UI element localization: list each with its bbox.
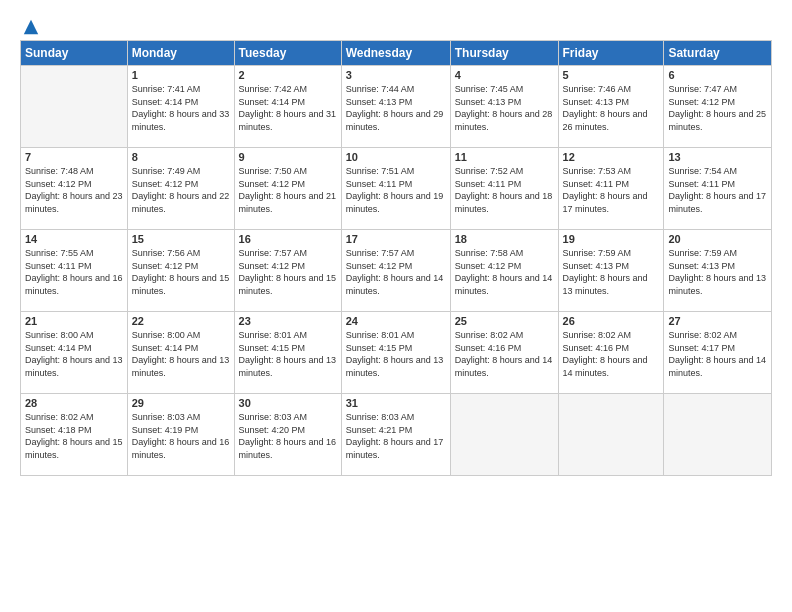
weekday-header: Thursday (450, 41, 558, 66)
svg-marker-0 (24, 20, 38, 34)
day-number: 21 (25, 315, 123, 327)
day-number: 19 (563, 233, 660, 245)
calendar-cell: 17Sunrise: 7:57 AMSunset: 4:12 PMDayligh… (341, 230, 450, 312)
cell-info: Sunrise: 7:46 AMSunset: 4:13 PMDaylight:… (563, 83, 660, 133)
day-number: 15 (132, 233, 230, 245)
cell-info: Sunrise: 8:01 AMSunset: 4:15 PMDaylight:… (239, 329, 337, 379)
day-number: 18 (455, 233, 554, 245)
day-number: 25 (455, 315, 554, 327)
calendar-cell (21, 66, 128, 148)
calendar-cell: 25Sunrise: 8:02 AMSunset: 4:16 PMDayligh… (450, 312, 558, 394)
calendar-cell (558, 394, 664, 476)
day-number: 20 (668, 233, 767, 245)
calendar-cell: 12Sunrise: 7:53 AMSunset: 4:11 PMDayligh… (558, 148, 664, 230)
day-number: 30 (239, 397, 337, 409)
day-number: 29 (132, 397, 230, 409)
calendar-cell: 4Sunrise: 7:45 AMSunset: 4:13 PMDaylight… (450, 66, 558, 148)
day-number: 11 (455, 151, 554, 163)
calendar-week-row: 1Sunrise: 7:41 AMSunset: 4:14 PMDaylight… (21, 66, 772, 148)
cell-info: Sunrise: 8:02 AMSunset: 4:16 PMDaylight:… (563, 329, 660, 379)
day-number: 23 (239, 315, 337, 327)
calendar-cell: 23Sunrise: 8:01 AMSunset: 4:15 PMDayligh… (234, 312, 341, 394)
day-number: 31 (346, 397, 446, 409)
cell-info: Sunrise: 7:49 AMSunset: 4:12 PMDaylight:… (132, 165, 230, 215)
cell-info: Sunrise: 7:50 AMSunset: 4:12 PMDaylight:… (239, 165, 337, 215)
cell-info: Sunrise: 7:53 AMSunset: 4:11 PMDaylight:… (563, 165, 660, 215)
calendar-week-row: 7Sunrise: 7:48 AMSunset: 4:12 PMDaylight… (21, 148, 772, 230)
cell-info: Sunrise: 7:44 AMSunset: 4:13 PMDaylight:… (346, 83, 446, 133)
cell-info: Sunrise: 7:41 AMSunset: 4:14 PMDaylight:… (132, 83, 230, 133)
day-number: 12 (563, 151, 660, 163)
calendar-week-row: 21Sunrise: 8:00 AMSunset: 4:14 PMDayligh… (21, 312, 772, 394)
cell-info: Sunrise: 8:01 AMSunset: 4:15 PMDaylight:… (346, 329, 446, 379)
cell-info: Sunrise: 8:02 AMSunset: 4:18 PMDaylight:… (25, 411, 123, 461)
calendar-cell: 19Sunrise: 7:59 AMSunset: 4:13 PMDayligh… (558, 230, 664, 312)
day-number: 1 (132, 69, 230, 81)
cell-info: Sunrise: 8:00 AMSunset: 4:14 PMDaylight:… (132, 329, 230, 379)
day-number: 5 (563, 69, 660, 81)
day-number: 14 (25, 233, 123, 245)
day-number: 17 (346, 233, 446, 245)
cell-info: Sunrise: 7:59 AMSunset: 4:13 PMDaylight:… (668, 247, 767, 297)
page: SundayMondayTuesdayWednesdayThursdayFrid… (0, 0, 792, 612)
cell-info: Sunrise: 7:54 AMSunset: 4:11 PMDaylight:… (668, 165, 767, 215)
calendar-cell: 8Sunrise: 7:49 AMSunset: 4:12 PMDaylight… (127, 148, 234, 230)
day-number: 9 (239, 151, 337, 163)
day-number: 22 (132, 315, 230, 327)
calendar-cell (664, 394, 772, 476)
cell-info: Sunrise: 7:47 AMSunset: 4:12 PMDaylight:… (668, 83, 767, 133)
calendar-cell: 26Sunrise: 8:02 AMSunset: 4:16 PMDayligh… (558, 312, 664, 394)
cell-info: Sunrise: 8:03 AMSunset: 4:21 PMDaylight:… (346, 411, 446, 461)
calendar-cell: 3Sunrise: 7:44 AMSunset: 4:13 PMDaylight… (341, 66, 450, 148)
weekday-header: Wednesday (341, 41, 450, 66)
weekday-header: Friday (558, 41, 664, 66)
day-number: 8 (132, 151, 230, 163)
cell-info: Sunrise: 7:42 AMSunset: 4:14 PMDaylight:… (239, 83, 337, 133)
calendar-cell: 7Sunrise: 7:48 AMSunset: 4:12 PMDaylight… (21, 148, 128, 230)
calendar-cell: 24Sunrise: 8:01 AMSunset: 4:15 PMDayligh… (341, 312, 450, 394)
weekday-header: Saturday (664, 41, 772, 66)
cell-info: Sunrise: 7:45 AMSunset: 4:13 PMDaylight:… (455, 83, 554, 133)
calendar-cell: 13Sunrise: 7:54 AMSunset: 4:11 PMDayligh… (664, 148, 772, 230)
calendar-cell: 28Sunrise: 8:02 AMSunset: 4:18 PMDayligh… (21, 394, 128, 476)
day-number: 6 (668, 69, 767, 81)
weekday-header: Sunday (21, 41, 128, 66)
cell-info: Sunrise: 8:02 AMSunset: 4:17 PMDaylight:… (668, 329, 767, 379)
weekday-header: Tuesday (234, 41, 341, 66)
day-number: 7 (25, 151, 123, 163)
cell-info: Sunrise: 7:51 AMSunset: 4:11 PMDaylight:… (346, 165, 446, 215)
cell-info: Sunrise: 8:02 AMSunset: 4:16 PMDaylight:… (455, 329, 554, 379)
calendar-cell: 20Sunrise: 7:59 AMSunset: 4:13 PMDayligh… (664, 230, 772, 312)
cell-info: Sunrise: 7:59 AMSunset: 4:13 PMDaylight:… (563, 247, 660, 297)
cell-info: Sunrise: 7:52 AMSunset: 4:11 PMDaylight:… (455, 165, 554, 215)
day-number: 24 (346, 315, 446, 327)
cell-info: Sunrise: 7:56 AMSunset: 4:12 PMDaylight:… (132, 247, 230, 297)
calendar-cell: 5Sunrise: 7:46 AMSunset: 4:13 PMDaylight… (558, 66, 664, 148)
calendar-week-row: 28Sunrise: 8:02 AMSunset: 4:18 PMDayligh… (21, 394, 772, 476)
cell-info: Sunrise: 8:03 AMSunset: 4:19 PMDaylight:… (132, 411, 230, 461)
calendar-cell: 27Sunrise: 8:02 AMSunset: 4:17 PMDayligh… (664, 312, 772, 394)
calendar-cell: 29Sunrise: 8:03 AMSunset: 4:19 PMDayligh… (127, 394, 234, 476)
logo-icon (22, 18, 40, 36)
calendar-week-row: 14Sunrise: 7:55 AMSunset: 4:11 PMDayligh… (21, 230, 772, 312)
day-number: 13 (668, 151, 767, 163)
header (20, 18, 772, 32)
calendar-cell: 6Sunrise: 7:47 AMSunset: 4:12 PMDaylight… (664, 66, 772, 148)
day-number: 27 (668, 315, 767, 327)
cell-info: Sunrise: 7:57 AMSunset: 4:12 PMDaylight:… (239, 247, 337, 297)
calendar: SundayMondayTuesdayWednesdayThursdayFrid… (20, 40, 772, 476)
cell-info: Sunrise: 7:55 AMSunset: 4:11 PMDaylight:… (25, 247, 123, 297)
logo-text (20, 18, 40, 36)
calendar-cell: 1Sunrise: 7:41 AMSunset: 4:14 PMDaylight… (127, 66, 234, 148)
calendar-cell: 2Sunrise: 7:42 AMSunset: 4:14 PMDaylight… (234, 66, 341, 148)
day-number: 4 (455, 69, 554, 81)
logo (20, 18, 40, 32)
day-number: 10 (346, 151, 446, 163)
calendar-cell: 10Sunrise: 7:51 AMSunset: 4:11 PMDayligh… (341, 148, 450, 230)
day-number: 3 (346, 69, 446, 81)
cell-info: Sunrise: 7:48 AMSunset: 4:12 PMDaylight:… (25, 165, 123, 215)
day-number: 26 (563, 315, 660, 327)
calendar-cell: 14Sunrise: 7:55 AMSunset: 4:11 PMDayligh… (21, 230, 128, 312)
day-number: 28 (25, 397, 123, 409)
cell-info: Sunrise: 7:58 AMSunset: 4:12 PMDaylight:… (455, 247, 554, 297)
